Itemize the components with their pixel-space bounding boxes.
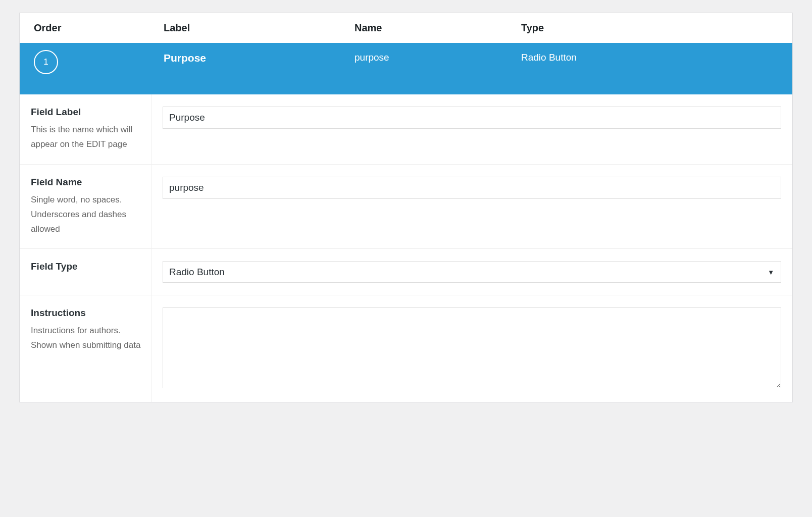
header-label: Label	[164, 22, 354, 34]
field-label-title: Field Label	[31, 107, 141, 118]
field-type-select[interactable]: Radio Button	[163, 261, 781, 283]
field-label-cell: Purpose	[164, 52, 354, 64]
setting-field-label: Field Label This is the name which will …	[20, 94, 792, 164]
instructions-desc: Instructions for authors. Shown when sub…	[31, 324, 141, 353]
field-name-desc: Single word, no spaces. Underscores and …	[31, 193, 141, 237]
instructions-title: Instructions	[31, 307, 141, 319]
field-editor-panel: Order Label Name Type 1 Purpose purpose …	[19, 13, 793, 402]
field-type-title: Field Type	[31, 261, 141, 272]
field-label-desc: This is the name which will appear on th…	[31, 123, 141, 152]
field-name-title: Field Name	[31, 177, 141, 188]
field-row[interactable]: 1 Purpose purpose Radio Button	[20, 43, 792, 94]
settings-table: Field Label This is the name which will …	[20, 94, 792, 402]
header-order: Order	[20, 22, 164, 34]
order-number: 1	[43, 57, 48, 67]
header-name: Name	[354, 22, 521, 34]
field-name-input[interactable]	[163, 177, 781, 199]
setting-field-name: Field Name Single word, no spaces. Under…	[20, 164, 792, 249]
field-name-cell: purpose	[354, 52, 521, 63]
table-header: Order Label Name Type	[20, 13, 792, 43]
header-type: Type	[521, 22, 792, 34]
setting-field-type: Field Type Radio Button ▼	[20, 248, 792, 295]
setting-instructions: Instructions Instructions for authors. S…	[20, 295, 792, 402]
order-badge[interactable]: 1	[34, 50, 58, 74]
field-label-input[interactable]	[163, 107, 781, 129]
instructions-textarea[interactable]	[163, 307, 781, 388]
field-type-cell: Radio Button	[521, 52, 792, 63]
